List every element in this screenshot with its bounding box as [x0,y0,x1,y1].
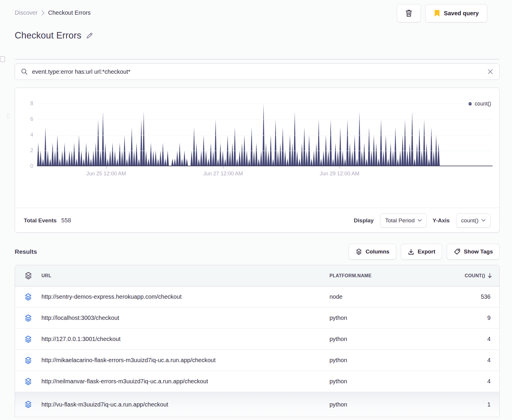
cell-url[interactable]: http://sentry-demos-express.herokuapp.co… [41,293,329,300]
cell-actions[interactable] [15,293,41,301]
cell-url[interactable]: http://127.0.0.1:3001/checkout [41,336,329,342]
edit-columns-icon-cell[interactable] [15,271,41,280]
stack-icon [24,400,32,409]
cell-platform[interactable]: node [329,293,465,300]
bookmark-icon [434,9,440,17]
gridline-y4 [37,135,493,135]
yaxis-value: count() [461,217,478,224]
y-axis-label-0: 0 [20,163,33,169]
cell-platform[interactable]: python [329,336,465,342]
stack-icon [24,293,32,301]
total-events: Total Events 558 [24,217,71,224]
chart-grid [37,104,493,166]
cell-platform[interactable]: python [329,401,465,408]
y-axis-label-8: 8 [20,100,33,107]
x-axis-line [37,166,493,166]
stack-icon [24,377,32,386]
x-axis-label: Jun 27 12:00 AM [191,171,255,177]
cell-count[interactable]: 536 [465,293,499,300]
stack-icon [24,356,32,364]
clear-icon [487,68,493,75]
total-events-label: Total Events [24,217,57,224]
table-row: http://neilmanvar-flask-errors-m3uuizd7i… [15,371,499,392]
table-row: http://127.0.0.1:3001/checkout python 4 [15,329,499,350]
trash-icon [405,9,413,17]
search-input[interactable] [32,68,483,75]
saved-query-label: Saved query [444,10,479,17]
export-button-label: Export [418,248,435,255]
export-button[interactable]: Export [401,244,442,260]
cell-platform[interactable]: python [329,378,465,385]
chevron-down-icon [481,219,486,222]
cell-url[interactable]: http://vu-flask-m3uuizd7iq-uc.a.run.app/… [41,401,329,408]
table-row: http://vu-flask-m3uuizd7iq-uc.a.run.app/… [15,392,499,417]
show-tags-button[interactable]: Show Tags [447,244,500,260]
chevron-down-icon [418,219,422,222]
y-axis-label-6: 6 [20,116,33,122]
x-axis-label: Jun 25 12:00 AM [74,171,138,177]
table-body: http://sentry-demos-express.herokuapp.co… [15,286,499,417]
cell-url[interactable]: http://neilmanvar-flask-errors-m3uuizd7i… [41,378,329,385]
breadcrumb-discover[interactable]: Discover [15,9,38,16]
header-actions: Saved query [397,4,487,22]
cell-url[interactable]: http://localhost:3003/checkout [41,315,329,321]
cell-actions[interactable] [15,356,41,364]
x-axis-tick [339,166,340,169]
cell-count[interactable]: 4 [465,357,499,364]
cell-count[interactable]: 4 [465,378,499,385]
yaxis-dropdown[interactable]: count() [456,214,491,228]
chart-controls: Display Total Period Y-Axis count() [354,214,491,228]
cell-url[interactable]: http://mikaelacarino-flask-errors-m3uuiz… [41,357,329,364]
table-row: http://mikaelacarino-flask-errors-m3uuiz… [15,350,499,371]
cell-count[interactable]: 9 [465,315,499,321]
sort-desc-arrow-icon [488,273,492,278]
columns-button[interactable]: Columns [349,244,396,260]
delete-query-button[interactable] [397,4,421,22]
cell-count[interactable]: 1 [465,401,499,408]
results-bar: Results Columns Export [15,244,500,260]
cell-actions[interactable] [15,400,41,409]
cell-actions[interactable] [15,335,41,343]
cell-platform[interactable]: python [329,315,465,321]
page-title: Checkout Errors [15,30,81,41]
yaxis-label: Y-Axis [433,217,450,224]
column-header-count[interactable]: COUNT() [465,273,500,278]
results-table: URL PLATFORM.NAME COUNT() http://sentry-… [15,265,500,417]
discover-page: Discover Checkout Errors Saved query Che… [0,0,512,417]
title-row: Checkout Errors [15,30,500,41]
x-axis-label: Jun 29 12:00 AM [307,171,372,177]
display-dropdown[interactable]: Total Period [380,214,426,228]
cell-platform[interactable]: python [329,357,465,364]
chart-panel: count() Total Events 558 Display Total P… [15,88,500,233]
x-axis-tick [223,166,224,169]
edit-title-icon[interactable] [86,32,93,40]
column-header-platform[interactable]: PLATFORM.NAME [329,273,465,278]
chart-footer: Total Events 558 Display Total Period Y-… [15,208,499,233]
count-header-label: COUNT() [465,273,485,278]
display-label: Display [354,217,374,224]
cell-actions[interactable] [15,314,41,322]
search-bar [15,63,500,80]
stack-icon [355,248,362,255]
saved-query-button[interactable]: Saved query [425,4,487,22]
total-events-value: 558 [61,217,71,224]
table-header: URL PLATFORM.NAME COUNT() [15,265,499,286]
sidebar-collapse-handle[interactable] [0,56,5,62]
column-header-url[interactable]: URL [41,273,329,278]
drag-handle[interactable] [7,114,9,119]
results-heading: Results [15,248,37,255]
stack-icon [24,335,32,343]
table-row: http://sentry-demos-express.herokuapp.co… [15,286,499,308]
search-icon [21,68,28,75]
x-axis-tick [106,166,107,169]
stack-icon [24,271,32,280]
breadcrumb-current: Checkout Errors [48,9,91,16]
chevron-right-icon [41,10,45,16]
cell-actions[interactable] [15,377,41,386]
clear-search-button[interactable] [487,68,493,75]
columns-button-label: Columns [366,248,389,255]
cell-count[interactable]: 4 [465,336,499,342]
gridline-y8 [37,104,493,104]
results-buttons: Columns Export Show Tags [349,244,500,260]
page-header: Discover Checkout Errors Saved query Che… [15,0,500,59]
